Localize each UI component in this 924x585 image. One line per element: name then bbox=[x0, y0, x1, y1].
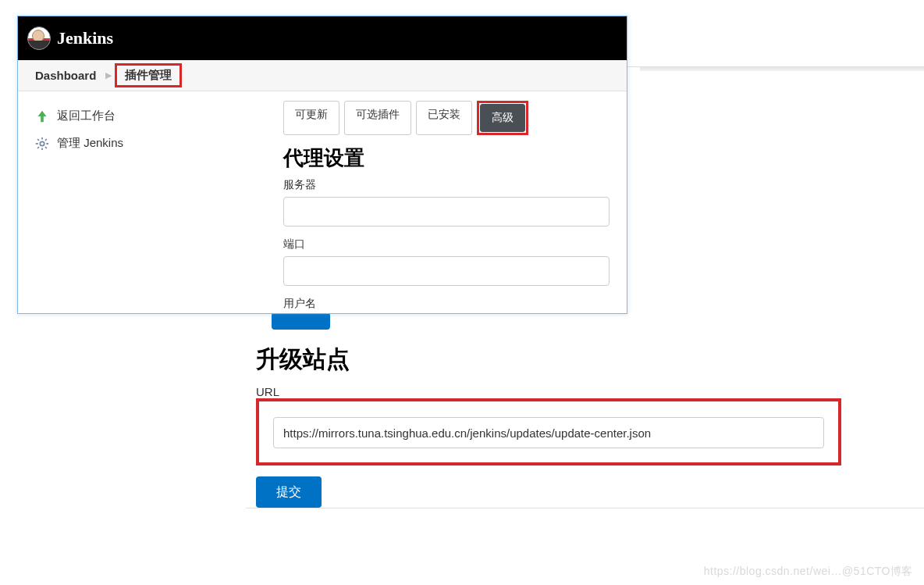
server-input[interactable] bbox=[283, 197, 609, 227]
url-label: URL bbox=[256, 385, 841, 398]
upgrade-section-title: 升级站点 bbox=[256, 344, 841, 376]
chevron-right-icon: ▶ bbox=[105, 70, 112, 80]
sidebar: 返回工作台 管理 Jenkins bbox=[18, 91, 283, 313]
sidebar-item-label: 管理 Jenkins bbox=[57, 136, 123, 151]
top-bar: Jenkins bbox=[18, 16, 627, 60]
svg-point-0 bbox=[40, 141, 44, 145]
breadcrumb: Dashboard ▶ 插件管理 bbox=[18, 60, 627, 91]
up-arrow-icon bbox=[35, 109, 49, 123]
gear-icon bbox=[35, 137, 49, 151]
jenkins-mascot-icon bbox=[27, 27, 51, 50]
username-label: 用户名 bbox=[283, 297, 627, 311]
main-content: 可更新 可选插件 已安装 高级 代理设置 服务器 端口 用户名 bbox=[283, 91, 627, 313]
port-label: 端口 bbox=[283, 237, 627, 251]
tab-updatable[interactable]: 可更新 bbox=[283, 101, 339, 135]
highlight-box-url bbox=[256, 398, 841, 466]
jenkins-plugin-window: Jenkins Dashboard ▶ 插件管理 返回工作台 管理 Jenkin… bbox=[17, 16, 627, 314]
upgrade-site-section: 升级站点 URL 提交 bbox=[256, 344, 841, 508]
jenkins-logo[interactable]: Jenkins bbox=[27, 27, 113, 50]
sidebar-item-back[interactable]: 返回工作台 bbox=[26, 102, 275, 130]
decorative-bar bbox=[640, 66, 924, 71]
tabs: 可更新 可选插件 已安装 高级 bbox=[283, 101, 627, 135]
highlight-box-advanced: 高级 bbox=[477, 101, 528, 135]
submit-button[interactable]: 提交 bbox=[256, 476, 322, 508]
sidebar-item-manage[interactable]: 管理 Jenkins bbox=[26, 130, 275, 157]
app-title: Jenkins bbox=[57, 28, 113, 48]
obscured-button[interactable] bbox=[272, 312, 330, 330]
server-label: 服务器 bbox=[283, 178, 627, 192]
watermark-text: https://blog.csdn.net/wei…@51CTO博客 bbox=[704, 565, 913, 579]
tab-advanced[interactable]: 高级 bbox=[480, 104, 525, 132]
url-input[interactable] bbox=[273, 417, 824, 448]
sidebar-item-label: 返回工作台 bbox=[57, 109, 116, 123]
port-input[interactable] bbox=[283, 256, 609, 286]
breadcrumb-dashboard[interactable]: Dashboard bbox=[29, 66, 102, 85]
tab-installed[interactable]: 已安装 bbox=[416, 101, 472, 135]
divider bbox=[246, 508, 924, 508]
breadcrumb-plugin-manager[interactable]: 插件管理 bbox=[115, 63, 182, 87]
proxy-section-title: 代理设置 bbox=[283, 144, 627, 172]
tab-available[interactable]: 可选插件 bbox=[344, 101, 411, 135]
